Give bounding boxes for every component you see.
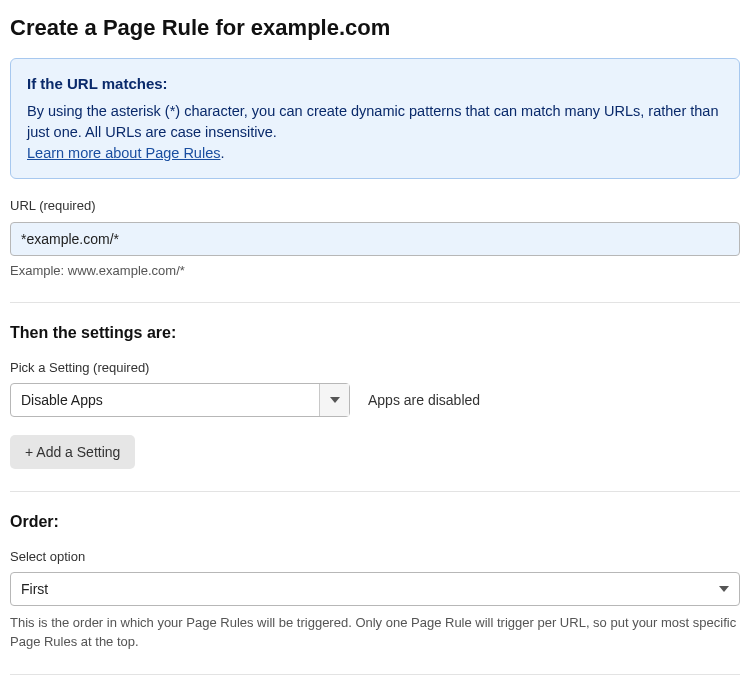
order-selected-value: First	[11, 579, 709, 599]
setting-picker-label: Pick a Setting (required)	[10, 359, 740, 378]
order-description: This is the order in which your Page Rul…	[10, 614, 740, 652]
info-banner: If the URL matches: By using the asteris…	[10, 58, 740, 179]
page-rule-dialog: Create a Page Rule for example.com If th…	[0, 0, 750, 689]
order-select[interactable]: First	[10, 572, 740, 606]
divider	[10, 302, 740, 303]
setting-description: Apps are disabled	[368, 390, 480, 410]
setting-select[interactable]: Disable Apps	[10, 383, 350, 417]
divider	[10, 674, 740, 675]
url-example: Example: www.example.com/*	[10, 262, 740, 281]
chevron-down-icon	[319, 384, 349, 416]
url-label: URL (required)	[10, 197, 740, 216]
add-setting-button[interactable]: + Add a Setting	[10, 435, 135, 469]
setting-row: Disable Apps Apps are disabled	[10, 383, 740, 417]
settings-heading: Then the settings are:	[10, 321, 740, 344]
divider	[10, 491, 740, 492]
learn-more-link[interactable]: Learn more about Page Rules	[27, 145, 220, 161]
dialog-title: Create a Page Rule for example.com	[10, 12, 740, 44]
order-label: Select option	[10, 548, 740, 567]
info-link-suffix: .	[220, 145, 224, 161]
order-heading: Order:	[10, 510, 740, 533]
setting-selected-value: Disable Apps	[11, 384, 319, 416]
info-body: By using the asterisk (*) character, you…	[27, 101, 723, 164]
info-text: By using the asterisk (*) character, you…	[27, 103, 719, 140]
url-input[interactable]	[10, 222, 740, 256]
info-heading: If the URL matches:	[27, 73, 723, 95]
chevron-down-icon	[709, 586, 739, 592]
